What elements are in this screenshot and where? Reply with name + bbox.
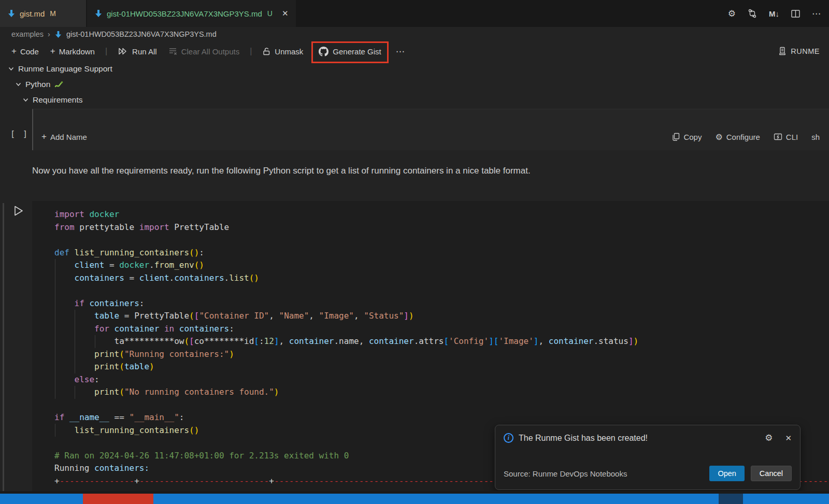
code-line (54, 234, 829, 247)
markdown-paragraph: Now you have all the requirements ready,… (32, 166, 531, 176)
notification-settings-gear-icon[interactable]: ⚙ (765, 433, 773, 443)
plus-icon: + (50, 46, 55, 56)
generate-gist-label: Generate Gist (333, 47, 381, 56)
cell-focus-bar (3, 203, 4, 491)
run-all-button[interactable]: Run All (115, 45, 160, 58)
unmask-label: Unmask (275, 47, 303, 56)
tab-modified-badge: M (50, 9, 56, 18)
breadcrumb: examples › gist-01HWD053BZ23JN6VA7X3NGP3… (0, 27, 829, 41)
configure-label: Configure (726, 133, 760, 141)
code-line: import docker (54, 208, 829, 221)
code-line: table = PrettyTable(["Container ID", "Na… (54, 310, 829, 323)
outline-item-requirements[interactable]: Requirements (0, 92, 112, 108)
terminal-bolt-icon (774, 133, 782, 141)
more-notebook-actions-icon[interactable]: ⋯ (394, 46, 405, 57)
code-line: if __name__ == "__main__": (54, 411, 829, 424)
github-icon (319, 47, 328, 56)
chevron-down-icon (23, 98, 28, 102)
code-line (54, 399, 829, 412)
run-all-label: Run All (132, 47, 157, 56)
tab-gist-gist-file[interactable]: gist-01HWD053BZ23JN6VA7X3NGP3YS.md U ✕ (87, 0, 296, 27)
plus-icon: + (11, 46, 17, 56)
copy-label: Copy (683, 133, 702, 141)
configure-button[interactable]: ⚙ Configure (715, 132, 760, 142)
code-line: else: (54, 373, 829, 386)
copy-button[interactable]: Copy (672, 133, 702, 141)
notification-close-icon[interactable]: ✕ (785, 434, 792, 443)
source-control-compare-icon[interactable] (747, 8, 757, 19)
code-line: client = docker.from_env() (54, 259, 829, 272)
progress-red-segment (83, 494, 153, 504)
code-line (54, 284, 829, 297)
indent-guide (95, 335, 95, 348)
run-all-icon (118, 47, 128, 56)
runme-file-icon (54, 31, 62, 38)
runme-label: RUNME (791, 47, 820, 55)
notification-toast: i The Runme Gist has been created! ⚙ ✕ S… (495, 425, 801, 490)
run-cell-button[interactable] (13, 205, 24, 217)
generate-gist-button[interactable]: Generate Gist (311, 42, 388, 61)
play-icon (13, 205, 24, 217)
notebook-toolbar: + Code + Markdown | Run All Clear All Ou… (0, 41, 829, 61)
copy-icon (672, 133, 680, 141)
split-editor-icon[interactable] (791, 9, 801, 19)
code-line: from prettytable import PrettyTable (54, 221, 829, 234)
code-line: def list_running_containers(): (54, 247, 829, 260)
toast-message: The Runme Gist has been created! (519, 434, 648, 443)
add-code-label: Code (20, 47, 39, 56)
unmask-button[interactable]: Unmask (259, 45, 306, 58)
tab-label: gist.md (20, 9, 45, 18)
runme-logo-icon (778, 47, 787, 56)
close-tab-icon[interactable]: ✕ (282, 9, 289, 18)
outline-label: Runme Language Support (18, 64, 112, 74)
indent-guide (75, 310, 75, 373)
code-line: if containers: (54, 297, 829, 310)
code-line: ta**********ow([co********id[:12], conta… (54, 335, 829, 348)
add-markdown-label: Markdown (59, 47, 95, 56)
toast-source: Source: Runme DevOps Notebooks (504, 469, 627, 478)
open-button[interactable]: Open (709, 466, 744, 481)
gear-icon[interactable]: ⚙ (728, 8, 736, 19)
add-name-label: Add Name (50, 133, 87, 141)
editor-actions: ⚙ M↓ ⋯ (728, 0, 821, 27)
chevron-right-icon: › (48, 30, 50, 38)
toolbar-separator: | (248, 47, 254, 56)
outline-label: Python (25, 80, 50, 89)
tab-untracked-badge: U (267, 9, 273, 18)
chevron-down-icon (8, 67, 14, 71)
code-line: print("Running containers:") (54, 348, 829, 361)
tab-gist-md[interactable]: gist.md M (0, 0, 86, 27)
markdown-preview-icon[interactable]: M↓ (769, 9, 779, 18)
tab-bar: gist.md M gist-01HWD053BZ23JN6VA7X3NGP3Y… (0, 0, 829, 27)
vscode-window: gist.md M gist-01HWD053BZ23JN6VA7X3NGP3Y… (0, 0, 829, 504)
code-line: print("No running containers found.") (54, 386, 829, 399)
outline-item-runme-language-support[interactable]: Runme Language Support (0, 61, 112, 77)
more-actions-icon[interactable]: ⋯ (812, 8, 821, 19)
cell-language-label[interactable]: sh (811, 133, 820, 141)
indent-guide (55, 424, 55, 437)
breadcrumb-folder[interactable]: examples (11, 30, 44, 38)
snake-icon (54, 81, 64, 88)
code-line: print(table) (54, 361, 829, 373)
gear-icon: ⚙ (715, 132, 722, 142)
cell-execution-marker: [ ] (10, 129, 29, 139)
cli-button[interactable]: CLI (774, 133, 798, 141)
code-line: containers = client.containers.list() (54, 272, 829, 285)
chevron-down-icon (16, 82, 21, 87)
clear-all-outputs-label: Clear All Outputs (181, 47, 240, 56)
cancel-button[interactable]: Cancel (751, 466, 792, 481)
outline-item-python[interactable]: Python (0, 77, 112, 92)
add-code-button[interactable]: + Code (8, 44, 42, 59)
code-line: for container in containers: (54, 323, 829, 336)
info-icon: i (504, 433, 513, 443)
breadcrumb-file[interactable]: gist-01HWD053BZ23JN6VA7X3NGP3YS.md (66, 30, 217, 38)
add-markdown-button[interactable]: + Markdown (47, 44, 98, 59)
indent-guide (75, 386, 75, 399)
add-name-button[interactable]: + Add Name (41, 132, 87, 142)
toolbar-separator: | (103, 47, 109, 56)
clear-all-outputs-button[interactable]: Clear All Outputs (165, 45, 243, 58)
progress-dark-segment (719, 494, 743, 504)
runme-kernel-button[interactable]: RUNME (778, 41, 820, 61)
runme-file-icon (94, 9, 103, 18)
runme-file-icon (7, 9, 16, 18)
